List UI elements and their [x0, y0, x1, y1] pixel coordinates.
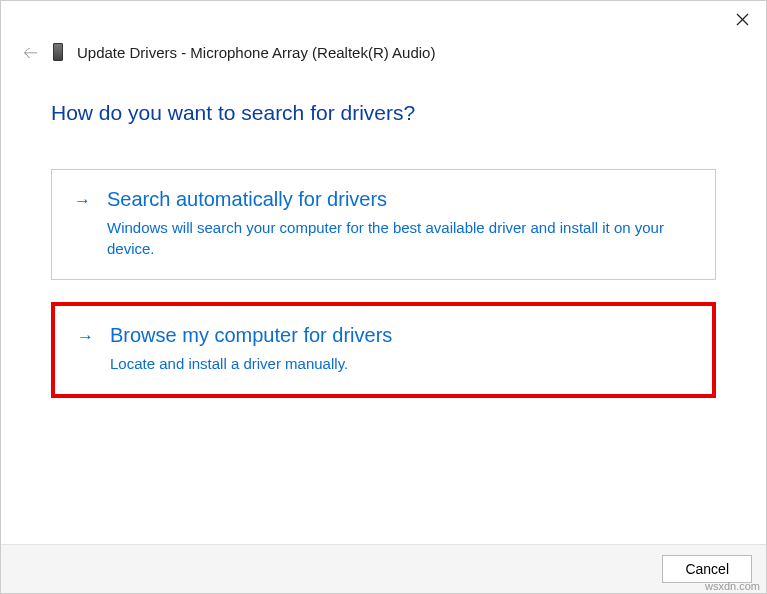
footer: Cancel — [1, 544, 766, 593]
option-description: Locate and install a driver manually. — [110, 353, 690, 374]
page-question: How do you want to search for drivers? — [51, 101, 716, 125]
close-button[interactable] — [732, 9, 752, 29]
back-arrow-icon: 🡠 — [23, 44, 38, 61]
device-icon — [53, 43, 63, 61]
option-title: Browse my computer for drivers — [110, 324, 690, 347]
option-description: Windows will search your computer for th… — [107, 217, 693, 259]
option-title: Search automatically for drivers — [107, 188, 693, 211]
back-button[interactable]: 🡠 — [21, 44, 39, 61]
wizard-title: Update Drivers - Microphone Array (Realt… — [77, 44, 435, 61]
content-area: How do you want to search for drivers? →… — [1, 61, 766, 544]
close-icon — [736, 13, 749, 26]
option-browse-computer[interactable]: → Browse my computer for drivers Locate … — [51, 302, 716, 398]
option-body: Search automatically for drivers Windows… — [107, 188, 693, 259]
option-search-automatically[interactable]: → Search automatically for drivers Windo… — [51, 169, 716, 280]
cancel-button[interactable]: Cancel — [662, 555, 752, 583]
wizard-header: 🡠 Update Drivers - Microphone Array (Rea… — [1, 37, 766, 61]
watermark: wsxdn.com — [705, 580, 760, 592]
arrow-right-icon: → — [77, 327, 94, 347]
option-body: Browse my computer for drivers Locate an… — [110, 324, 690, 374]
arrow-right-icon: → — [74, 191, 91, 211]
titlebar — [1, 1, 766, 37]
